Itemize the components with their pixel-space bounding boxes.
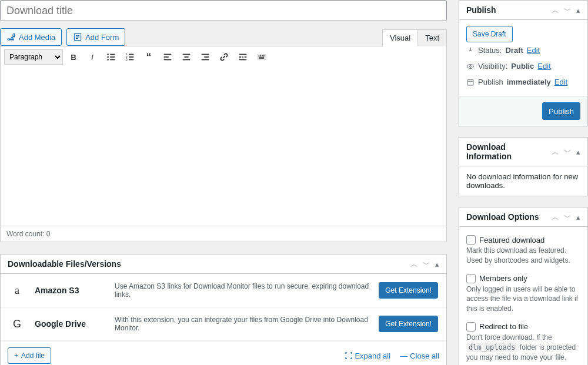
add-file-button[interactable]: + Add file [8, 347, 51, 364]
svg-rect-25 [239, 54, 247, 55]
toolbar-toggle-button[interactable] [253, 49, 270, 65]
edit-status-link[interactable]: Edit [527, 46, 540, 55]
italic-button[interactable]: I [84, 49, 101, 65]
checkbox-icon[interactable] [466, 235, 476, 245]
eye-icon [466, 62, 475, 71]
redirect-option[interactable]: Redirect to file [466, 322, 580, 331]
redirect-label: Redirect to file [479, 322, 528, 331]
toggle-icon[interactable]: ▴ [576, 213, 580, 221]
get-extension-button[interactable]: Get Extension! [379, 316, 438, 332]
download-title-input[interactable] [0, 0, 447, 21]
toggle-icon[interactable]: ▴ [435, 260, 439, 268]
checkbox-icon[interactable] [466, 274, 476, 283]
add-media-label: Add Media [19, 33, 55, 42]
get-extension-button[interactable]: Get Extension! [379, 282, 438, 299]
move-up-icon[interactable]: ︿ [552, 6, 559, 14]
svg-point-34 [263, 55, 264, 56]
edit-schedule-link[interactable]: Edit [554, 78, 567, 86]
editor-content[interactable] [0, 68, 447, 226]
form-icon [73, 32, 82, 42]
svg-rect-13 [129, 56, 133, 58]
blockquote-button[interactable]: “ [141, 49, 157, 65]
extension-row-s3: a Amazon S3 Use Amazon S3 links for Down… [1, 274, 446, 307]
svg-text:3: 3 [126, 58, 128, 61]
minus-icon: — [400, 351, 407, 360]
svg-rect-22 [202, 54, 209, 55]
align-right-button[interactable] [197, 49, 213, 65]
add-file-label: Add file [21, 351, 45, 360]
align-left-button[interactable] [159, 49, 176, 65]
members-label: Members only [479, 274, 527, 283]
move-up-icon[interactable]: ︿ [552, 213, 559, 221]
svg-point-8 [107, 59, 109, 61]
bullet-list-icon [106, 52, 116, 62]
svg-rect-21 [183, 59, 191, 61]
add-media-button[interactable]: Add Media [0, 28, 62, 46]
svg-rect-11 [129, 54, 133, 55]
download-options-title: Download Options [466, 212, 539, 222]
members-desc: Only logged in users will be able to acc… [466, 284, 580, 314]
svg-rect-18 [164, 59, 172, 61]
edit-visibility-link[interactable]: Edit [537, 62, 550, 71]
redirect-desc: Don't force download. If the dlm_uploads… [466, 333, 580, 362]
members-only-option[interactable]: Members only [466, 274, 580, 283]
svg-point-32 [260, 55, 260, 56]
svg-rect-7 [110, 56, 115, 58]
svg-point-36 [470, 65, 472, 67]
svg-rect-26 [239, 56, 242, 58]
move-down-icon[interactable]: ﹀ [423, 260, 430, 268]
numbered-list-button[interactable]: 123 [122, 49, 138, 65]
svg-rect-9 [110, 59, 115, 61]
featured-download-option[interactable]: Featured download [466, 235, 580, 245]
pin-icon [466, 46, 475, 55]
move-up-icon[interactable]: ︿ [552, 148, 559, 156]
visual-tab[interactable]: Visual [382, 29, 418, 46]
move-down-icon[interactable]: ﹀ [564, 148, 572, 156]
svg-rect-24 [202, 59, 209, 61]
numbered-list-icon: 123 [125, 52, 135, 62]
amazon-icon: a [9, 284, 25, 297]
google-icon: G [9, 318, 25, 330]
svg-point-33 [262, 55, 262, 56]
read-more-button[interactable] [235, 49, 251, 65]
align-center-button[interactable] [178, 49, 195, 65]
add-form-button[interactable]: Add Form [66, 28, 125, 46]
extension-desc: With this extension, you can integrate y… [115, 316, 369, 332]
text-tab[interactable]: Text [418, 29, 447, 46]
svg-rect-17 [164, 56, 169, 58]
svg-rect-37 [467, 79, 473, 85]
svg-rect-19 [183, 54, 191, 55]
move-up-icon[interactable]: ︿ [410, 260, 418, 268]
extension-row-gdrive: G Google Drive With this extension, you … [1, 307, 446, 341]
bold-button[interactable]: B [65, 49, 82, 65]
featured-label: Featured download [479, 236, 544, 245]
extension-name: Amazon S3 [35, 286, 105, 295]
link-button[interactable] [216, 49, 232, 65]
download-info-title: Download Information [466, 142, 552, 161]
read-more-icon [238, 52, 248, 62]
add-form-label: Add Form [85, 33, 119, 42]
quote-icon: “ [146, 51, 152, 63]
close-all-link[interactable]: — Close all [400, 351, 439, 360]
align-right-icon [200, 52, 211, 62]
svg-point-31 [259, 55, 259, 56]
publish-label: Publish [478, 78, 503, 86]
visibility-value: Public [511, 62, 534, 71]
toggle-icon[interactable]: ▴ [576, 6, 580, 14]
expand-all-link[interactable]: Expand all [345, 351, 390, 360]
save-draft-button[interactable]: Save Draft [466, 26, 513, 42]
bullet-list-button[interactable] [103, 49, 119, 65]
move-down-icon[interactable]: ﹀ [564, 213, 572, 221]
italic-icon: I [91, 52, 93, 62]
svg-rect-29 [239, 59, 247, 61]
move-down-icon[interactable]: ﹀ [564, 6, 572, 14]
publish-button[interactable]: Publish [542, 102, 580, 120]
format-select[interactable]: Paragraph [4, 49, 63, 65]
toggle-icon[interactable]: ▴ [576, 148, 580, 156]
svg-rect-30 [258, 55, 266, 60]
editor-toolbar: Paragraph B I 123 “ [0, 46, 447, 68]
svg-rect-15 [129, 59, 133, 61]
svg-rect-20 [184, 56, 188, 58]
svg-rect-23 [204, 56, 209, 58]
checkbox-icon[interactable] [466, 322, 476, 331]
